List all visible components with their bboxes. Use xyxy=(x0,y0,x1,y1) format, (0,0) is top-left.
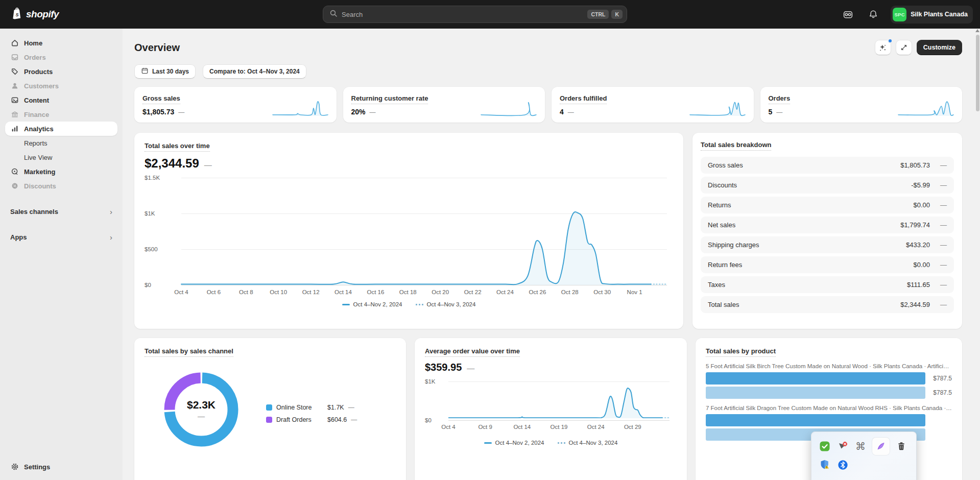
customize-button[interactable]: Customize xyxy=(917,40,962,55)
feather-pen-icon[interactable] xyxy=(872,438,890,455)
chart-title[interactable]: Total sales breakdown xyxy=(701,141,771,151)
y-axis-tick: $500 xyxy=(145,246,175,252)
line-chart-plot: $1K $0 xyxy=(448,381,670,420)
topbar: S shopify CTRL K SPC Silk Plants Canada xyxy=(0,0,980,29)
sidekick-icon[interactable] xyxy=(840,6,856,22)
search-input[interactable] xyxy=(342,11,585,18)
products-icon xyxy=(10,67,19,76)
chart-title[interactable]: Total sales over time xyxy=(145,142,210,152)
change-indicator: — xyxy=(204,160,212,169)
breakdown-row-return-fees: Return fees$0.00— xyxy=(701,256,954,273)
change-indicator: — xyxy=(940,201,947,209)
x-axis: Oct 4Oct 9Oct 14Oct 19Oct 24Oct 29 xyxy=(448,420,670,433)
customers-icon xyxy=(10,82,19,90)
cursor-blocked-icon[interactable] xyxy=(836,440,849,452)
notification-dot xyxy=(888,38,893,43)
sidebar-item-analytics[interactable]: Analytics xyxy=(5,122,117,136)
legend-previous-swatch xyxy=(558,442,565,444)
shopify-logo[interactable]: S shopify xyxy=(10,7,59,22)
change-indicator: — xyxy=(776,109,782,116)
sidebar-item-orders[interactable]: Orders xyxy=(5,50,117,64)
x-axis-tick: Oct 24 xyxy=(587,424,605,430)
sidebar-item-content[interactable]: Content xyxy=(5,93,117,107)
metric-value: 4 xyxy=(560,108,564,116)
notifications-bell-icon[interactable] xyxy=(865,6,881,22)
change-indicator: — xyxy=(198,412,205,420)
change-indicator: — xyxy=(178,109,184,116)
metric-title[interactable]: Returning customer rate xyxy=(351,94,428,104)
legend-label: Oct 4–Nov 3, 2024 xyxy=(569,440,618,446)
legend-label: Oct 4–Nov 2, 2024 xyxy=(353,301,402,307)
change-indicator: — xyxy=(940,161,947,169)
donut-center-value: $2.3K xyxy=(187,399,216,411)
metric-title[interactable]: Orders xyxy=(769,94,791,104)
metric-card-orders: Orders 5— xyxy=(760,87,963,123)
system-tray-overflow: ⌘ xyxy=(811,431,917,480)
x-axis-tick: Oct 28 xyxy=(561,289,579,295)
check-badge-icon[interactable] xyxy=(819,440,831,452)
sparkline-chart xyxy=(272,101,328,116)
sidebar-item-discounts[interactable]: Discounts xyxy=(5,179,117,193)
sidebar-item-reports[interactable]: Reports xyxy=(5,136,117,150)
global-search[interactable]: CTRL K xyxy=(323,6,627,23)
legend-label: Oct 4–Nov 3, 2024 xyxy=(427,301,476,307)
chart-title[interactable]: Total sales by product xyxy=(706,347,776,357)
sidebar-section-sales-channels[interactable]: Sales channels › xyxy=(5,204,117,219)
metric-value: 5 xyxy=(769,108,773,116)
sidebar-item-customers[interactable]: Customers xyxy=(5,79,117,93)
sidebar-item-finance[interactable]: Finance xyxy=(5,107,117,122)
bluetooth-icon[interactable] xyxy=(836,459,849,471)
knot-icon[interactable]: ⌘ xyxy=(854,440,867,452)
sidebar-item-live-view[interactable]: Live View xyxy=(5,150,117,164)
sidebar: Home Orders Products Customers Content F… xyxy=(0,29,123,480)
x-axis-tick: Oct 18 xyxy=(399,289,417,295)
y-axis-tick: $0 xyxy=(145,282,175,288)
legend-online-store: Online Store $1.7K — xyxy=(266,404,357,411)
y-axis-tick: $1.5K xyxy=(145,175,175,181)
legend-current-swatch xyxy=(484,442,492,444)
sidebar-item-home[interactable]: Home xyxy=(5,36,117,50)
sidebar-item-marketing[interactable]: Marketing xyxy=(5,164,117,179)
shield-warning-icon[interactable] xyxy=(819,459,831,471)
fullscreen-expand-button[interactable] xyxy=(896,40,912,55)
chart-title[interactable]: Average order value over time xyxy=(425,347,520,357)
sidebar-item-settings[interactable]: Settings xyxy=(5,460,117,474)
sidebar-item-products[interactable]: Products xyxy=(5,64,117,79)
scrollbar-up-arrow[interactable] xyxy=(975,29,979,32)
legend-draft-orders: Draft Orders $604.6 — xyxy=(266,416,357,423)
change-indicator: — xyxy=(568,109,574,116)
y-axis-tick: $0 xyxy=(425,417,444,423)
chart-total-value: $2,344.59 xyxy=(145,156,199,170)
change-indicator: — xyxy=(940,281,947,289)
legend-label: Oct 4–Nov 2, 2024 xyxy=(495,440,544,446)
x-axis-tick: Oct 19 xyxy=(551,424,568,430)
y-axis-tick: $1K xyxy=(145,210,175,217)
donut-legend: Online Store $1.7K — Draft Orders $604.6… xyxy=(266,404,357,423)
chart-title[interactable]: Total sales by sales channel xyxy=(145,347,233,357)
gear-icon xyxy=(10,463,19,471)
x-axis-tick: Oct 4 xyxy=(441,424,455,430)
change-indicator: — xyxy=(940,241,947,249)
x-axis-tick: Oct 14 xyxy=(513,424,531,430)
metric-title[interactable]: Orders fulfilled xyxy=(560,94,607,104)
change-indicator: — xyxy=(370,109,376,116)
metric-title[interactable]: Gross sales xyxy=(142,94,180,104)
product-row: 5 Foot Artificial Silk Birch Tree Custom… xyxy=(706,363,952,399)
product-label: 5 Foot Artificial Silk Birch Tree Custom… xyxy=(706,363,952,369)
breakdown-row-shipping-charges: Shipping charges$433.20— xyxy=(701,236,954,253)
x-axis-tick: Oct 6 xyxy=(207,289,221,295)
date-range-button[interactable]: Last 30 days xyxy=(134,64,196,79)
store-switcher[interactable]: SPC Silk Plants Canada xyxy=(891,6,973,23)
sidebar-section-apps[interactable]: Apps › xyxy=(5,230,117,244)
page-scrollbar[interactable] xyxy=(975,29,980,480)
trash-icon[interactable] xyxy=(895,440,907,452)
scrollbar-thumb[interactable] xyxy=(976,35,979,111)
breakdown-row-net-sales: Net sales$1,799.74— xyxy=(701,217,954,233)
discounts-icon xyxy=(10,182,19,190)
ai-insights-button[interactable] xyxy=(875,40,891,55)
store-name: Silk Plants Canada xyxy=(911,11,968,18)
compare-to-button[interactable]: Compare to: Oct 4–Nov 3, 2024 xyxy=(203,64,306,79)
product-bar-current xyxy=(706,372,925,385)
change-indicator: — xyxy=(940,261,947,269)
search-icon xyxy=(329,9,338,19)
